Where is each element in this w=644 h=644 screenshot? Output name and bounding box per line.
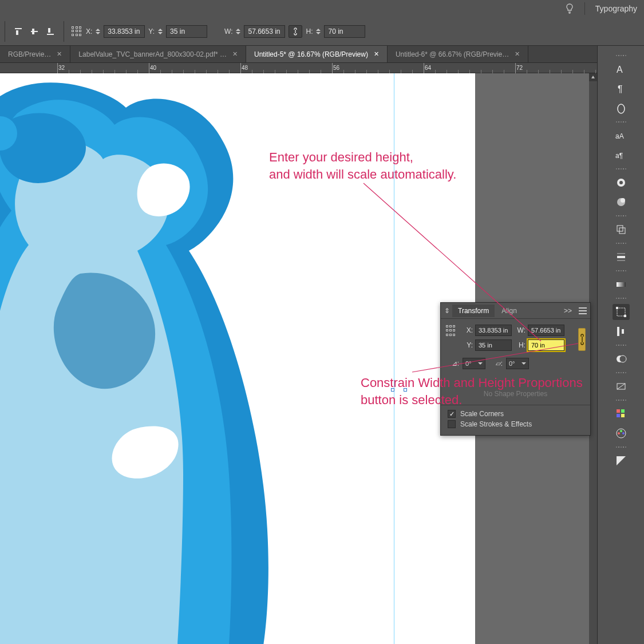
ruler-tick-label: 56 <box>333 65 339 71</box>
panel-header[interactable]: ⇕ Transform Align >> <box>441 303 590 319</box>
transparency-panel-icon[interactable] <box>613 453 630 469</box>
help-tips-icon[interactable] <box>565 4 574 13</box>
svg-text:aA: aA <box>615 132 624 140</box>
svg-text:a¶: a¶ <box>615 152 623 160</box>
panel-grip[interactable] <box>610 345 633 348</box>
panel-grip[interactable] <box>610 298 633 301</box>
doctab-label: RGB/Previe… <box>8 50 51 58</box>
panel-grip[interactable] <box>610 215 633 219</box>
svg-rect-1 <box>16 30 18 35</box>
close-icon[interactable]: ✕ <box>374 50 379 58</box>
scroll-up-icon[interactable] <box>589 73 597 81</box>
annotation-line: Constrain Width and Height Proportions <box>361 376 583 390</box>
scale-corners-checkbox[interactable]: Scale Corners <box>448 410 586 418</box>
panel-grip[interactable] <box>610 168 633 172</box>
y-input[interactable] <box>475 339 512 351</box>
links-panel-icon[interactable] <box>613 378 630 394</box>
character-styles-panel-icon[interactable]: aA <box>613 128 630 144</box>
align-top-icon[interactable] <box>12 25 25 38</box>
doctab-label: Untitled-5* @ 16.67% (RGB/Preview) <box>254 50 368 58</box>
document-tabstrip: RGB/Previe…✕ LabelValue_TVC_bannerAd_800… <box>0 46 597 63</box>
panel-grip[interactable] <box>610 121 633 125</box>
doctab-label: Untitled-6* @ 66.67% (RGB/Previe… <box>396 50 509 58</box>
transform-panel-icon[interactable] <box>613 304 630 320</box>
horizontal-ruler[interactable]: 324048566472 <box>0 63 597 73</box>
scale-strokes-checkbox[interactable]: Scale Strokes & Effects <box>448 420 586 428</box>
panel-menu-icon[interactable] <box>579 307 587 314</box>
panel-grip[interactable] <box>610 55 633 58</box>
panel-grip[interactable] <box>610 400 633 403</box>
graphic-styles-panel-icon[interactable] <box>613 194 630 210</box>
y-field[interactable] <box>158 25 207 38</box>
stroke-panel-icon[interactable] <box>613 249 630 265</box>
layers-panel-icon[interactable] <box>613 222 630 238</box>
reference-point-grid[interactable] <box>71 26 82 37</box>
appearance-panel-icon[interactable] <box>613 175 630 191</box>
svg-rect-23 <box>616 307 618 309</box>
svg-rect-30 <box>617 409 620 413</box>
separator <box>64 21 64 42</box>
svg-rect-21 <box>617 282 626 287</box>
collapse-icon[interactable]: >> <box>564 307 572 315</box>
reference-point-grid[interactable] <box>445 325 456 337</box>
close-icon[interactable]: ✕ <box>515 50 520 58</box>
paragraph-styles-panel-icon[interactable]: a¶ <box>613 147 630 163</box>
document-tab[interactable]: LabelValue_TVC_bannerAd_800x300-02.pdf* … <box>70 46 246 62</box>
panel-grip[interactable] <box>610 270 633 274</box>
svg-rect-17 <box>619 228 625 234</box>
align-panel-icon[interactable] <box>613 323 630 339</box>
h-input[interactable] <box>528 339 564 351</box>
document-tab[interactable]: Untitled-5* @ 16.67% (RGB/Preview)✕ <box>246 46 388 62</box>
close-icon[interactable]: ✕ <box>57 50 62 58</box>
document-tab[interactable]: Untitled-6* @ 66.67% (RGB/Previe…✕ <box>388 46 528 62</box>
w-input[interactable] <box>244 25 285 38</box>
scale-strokes-label: Scale Strokes & Effects <box>460 420 532 428</box>
constrain-wh-icon[interactable] <box>289 25 302 38</box>
w-label: W: <box>514 326 526 334</box>
x-field[interactable] <box>96 25 145 38</box>
angle-icon: ⊿: <box>445 359 459 368</box>
panel-grip[interactable] <box>610 372 633 376</box>
svg-rect-3 <box>32 29 34 34</box>
gradient-panel-icon[interactable] <box>613 276 630 293</box>
svg-rect-33 <box>621 414 625 417</box>
paragraph-panel-icon[interactable]: ¶ <box>613 81 630 97</box>
x-input[interactable] <box>475 325 512 336</box>
character-panel-icon[interactable]: A <box>613 61 630 77</box>
ruler-tick-label: 32 <box>58 65 65 71</box>
constrain-wh-icon[interactable] <box>578 328 586 351</box>
x-label: X: <box>86 27 92 35</box>
glyphs-panel-icon[interactable] <box>613 100 630 116</box>
panel-grip[interactable] <box>610 447 633 450</box>
w-input[interactable] <box>528 325 564 336</box>
h-input[interactable] <box>324 25 365 38</box>
close-icon[interactable]: ✕ <box>232 50 238 58</box>
tab-transform[interactable]: Transform <box>452 305 495 317</box>
svg-rect-26 <box>622 329 624 334</box>
y-input[interactable] <box>166 25 207 38</box>
svg-rect-19 <box>617 253 625 254</box>
document-tab[interactable]: RGB/Previe…✕ <box>0 46 70 62</box>
svg-point-35 <box>618 432 620 434</box>
transform-panel[interactable]: ⇕ Transform Align >> X: W: Y: <box>440 302 591 436</box>
tab-align[interactable]: Align <box>496 305 523 317</box>
swatches-panel-icon[interactable] <box>613 406 630 422</box>
top-menubar: Typography <box>0 0 644 17</box>
color-panel-icon[interactable] <box>613 425 630 441</box>
angle-dropdown[interactable]: 0° <box>463 358 485 369</box>
svg-rect-32 <box>617 414 620 417</box>
svg-point-37 <box>620 430 622 432</box>
w-label: W: <box>224 27 232 35</box>
align-bottom-icon[interactable] <box>44 25 57 38</box>
svg-point-36 <box>622 432 625 434</box>
shear-dropdown[interactable]: 0° <box>506 358 529 369</box>
pathfinder-panel-icon[interactable] <box>613 351 630 367</box>
svg-rect-22 <box>617 308 625 316</box>
h-field[interactable] <box>316 25 365 38</box>
align-vcenter-icon[interactable] <box>28 25 41 38</box>
x-input[interactable] <box>104 25 145 38</box>
typography-menu[interactable]: Typography <box>595 4 637 13</box>
panel-grip[interactable] <box>610 243 633 246</box>
checkbox-icon <box>448 410 456 418</box>
w-field[interactable] <box>236 25 285 38</box>
